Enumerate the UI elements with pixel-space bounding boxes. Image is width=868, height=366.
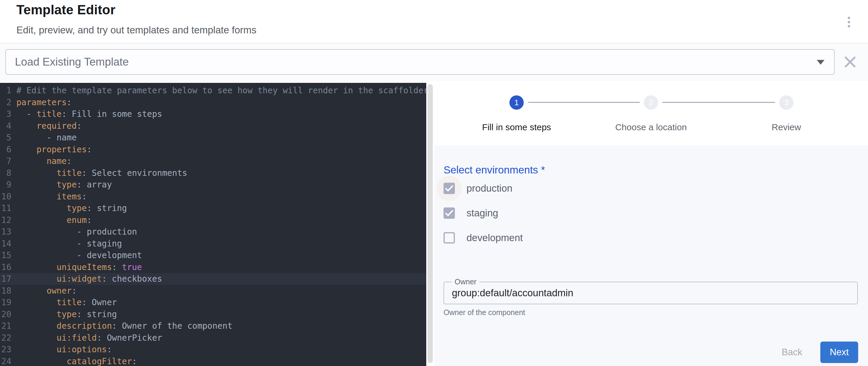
line-number: 20	[0, 308, 11, 321]
editor-scrollbar[interactable]	[428, 84, 433, 363]
line-code: properties:	[17, 145, 92, 154]
editor-line: 3 - title: Fill in some steps	[0, 108, 426, 120]
line-number: 1	[0, 85, 11, 97]
step-label: Fill in some steps	[482, 122, 551, 132]
editor-line: 17 ui:widget: checkboxes	[0, 273, 426, 285]
line-code: required:	[17, 121, 82, 131]
line-code: title: Select environments	[17, 168, 187, 178]
step-indicator-2: 2	[644, 95, 658, 110]
line-number: 7	[0, 155, 11, 167]
line-code: type: array	[17, 180, 112, 189]
line-code: - name	[17, 133, 76, 143]
editor-line: 6 properties:	[0, 144, 426, 156]
line-number: 5	[0, 132, 11, 144]
line-code: enum:	[17, 215, 92, 225]
editor-line: 21 description: Owner of the component	[0, 320, 426, 332]
editor-line: 16 uniqueItems: true	[0, 262, 426, 273]
line-number: 14	[0, 238, 11, 250]
checkbox-label: development	[466, 232, 523, 244]
line-number: 3	[0, 108, 11, 120]
environments-field-label: Select environments *	[443, 164, 545, 176]
environments-options: productionstagingdevelopment	[443, 183, 523, 257]
checked-checkbox-icon[interactable]	[443, 208, 455, 219]
editor-line: 22 ui:field: OwnerPicker	[0, 332, 426, 344]
line-number: 13	[0, 226, 11, 238]
step-connector	[528, 102, 640, 103]
kebab-menu-icon[interactable]	[844, 13, 854, 31]
checkbox-row-production[interactable]: production	[443, 183, 523, 194]
line-code: parameters:	[17, 97, 71, 107]
code-editor[interactable]: 1# Edit the template parameters below to…	[0, 83, 426, 366]
line-number: 12	[0, 214, 11, 226]
line-number: 24	[0, 356, 11, 366]
line-code: - title: Fill in some steps	[17, 109, 162, 119]
line-code: ui:field: OwnerPicker	[17, 333, 162, 343]
load-template-placeholder: Load Existing Template	[15, 50, 129, 74]
required-marker: *	[538, 164, 545, 176]
step-indicator-3: 3	[779, 95, 794, 110]
page-title: Template Editor	[17, 2, 115, 17]
editor-line: 15 - development	[0, 249, 426, 262]
editor-line: 12 enum:	[0, 214, 426, 226]
load-template-select[interactable]: Load Existing Template	[5, 49, 835, 75]
editor-line: 14 - staging	[0, 238, 426, 250]
line-number: 6	[0, 144, 11, 156]
line-code: name:	[17, 156, 71, 166]
page-subtitle: Edit, preview, and try out templates and…	[17, 25, 256, 36]
line-number: 16	[0, 262, 11, 273]
line-code: type: string	[17, 309, 117, 319]
line-number: 22	[0, 332, 11, 344]
line-number: 23	[0, 344, 11, 356]
line-code: items:	[17, 192, 87, 202]
line-number: 18	[0, 285, 11, 297]
checked-checkbox-icon[interactable]	[443, 183, 455, 194]
line-code: owner:	[17, 286, 76, 296]
line-number: 8	[0, 167, 11, 179]
line-number: 21	[0, 320, 11, 332]
page-header: Template Editor Edit, preview, and try o…	[0, 0, 868, 43]
line-number: 19	[0, 297, 11, 308]
step-indicator-1: 1	[509, 95, 524, 110]
owner-helper-text: Owner of the component	[443, 308, 525, 317]
line-code: description: Owner of the component	[17, 321, 232, 331]
editor-line: 1# Edit the template parameters below to…	[0, 85, 426, 97]
line-code: - development	[17, 250, 142, 260]
editor-line: 18 owner:	[0, 285, 426, 297]
line-code: - production	[17, 227, 137, 237]
editor-line: 5 - name	[0, 132, 426, 144]
line-number: 4	[0, 120, 11, 132]
close-button[interactable]	[842, 48, 859, 76]
editor-line: 19 title: Owner	[0, 297, 426, 308]
step-label: Choose a location	[615, 122, 687, 132]
line-code: # Edit the template parameters below to …	[17, 86, 426, 95]
line-number: 15	[0, 249, 11, 262]
template-loader-strip: Load Existing Template	[0, 44, 868, 81]
line-code: uniqueItems: true	[17, 262, 142, 272]
line-number: 11	[0, 202, 11, 214]
checkbox-row-staging[interactable]: staging	[443, 208, 523, 219]
line-code: title: Owner	[17, 298, 117, 307]
next-button[interactable]: Next	[820, 341, 858, 363]
unchecked-checkbox-icon[interactable]	[443, 232, 455, 244]
back-button[interactable]: Back	[777, 341, 807, 363]
checkbox-row-development[interactable]: development	[443, 232, 523, 244]
stepper: 1Fill in some steps2Choose a location3Re…	[434, 81, 868, 146]
line-code: type: string	[17, 203, 127, 213]
checkbox-label: production	[466, 183, 513, 194]
line-number: 9	[0, 179, 11, 191]
step-connector	[662, 102, 775, 103]
editor-line: 10 items:	[0, 191, 426, 203]
checkbox-label: staging	[466, 208, 498, 219]
editor-lines: 1# Edit the template parameters below to…	[0, 85, 426, 366]
dropdown-caret-icon	[817, 60, 825, 65]
owner-field-group: Owner	[443, 282, 858, 304]
editor-line: 8 title: Select environments	[0, 167, 426, 179]
editor-line: 11 type: string	[0, 202, 426, 214]
close-icon	[843, 55, 857, 68]
line-number: 17	[0, 273, 11, 285]
line-number: 10	[0, 191, 11, 203]
editor-line: 9 type: array	[0, 179, 426, 191]
editor-line: 7 name:	[0, 155, 426, 167]
owner-input[interactable]	[452, 282, 848, 304]
line-number: 2	[0, 97, 11, 109]
